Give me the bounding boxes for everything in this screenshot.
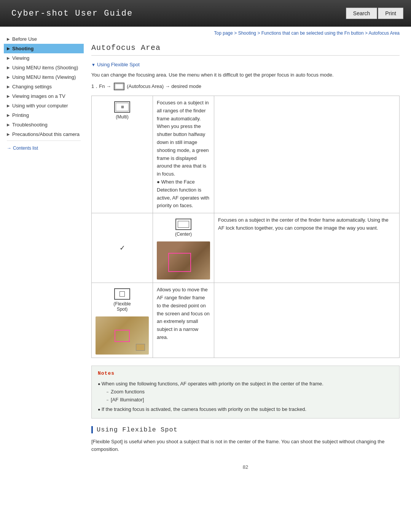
desc-cell-flexible: Allows you to move the AF range finder f… — [153, 283, 214, 358]
flexible-spot-text: [Flexible Spot] is useful when you shoot… — [91, 438, 400, 453]
arrow-icon-shooting: ▶ — [7, 46, 10, 51]
arrow-icon-settings: ▶ — [7, 85, 10, 89]
sidebar-item-viewing[interactable]: ▶ Viewing — [4, 53, 84, 63]
icon-label-center: (Center) — [175, 232, 192, 237]
icon-cell-multi: ⊞ (Multi) — [92, 96, 153, 213]
sidebar-item-computer[interactable]: ▶ Using with your computer — [4, 101, 84, 110]
breadcrumb-sep2: > — [257, 30, 261, 36]
sidebar-item-troubleshooting[interactable]: ▶ Troubleshooting — [4, 120, 84, 129]
table-row: ⊞ (Multi) Focuses on a subject in all ra… — [92, 96, 400, 213]
breadcrumb-sep1: > — [234, 30, 238, 36]
sidebar-item-changing-settings[interactable]: ▶ Changing settings — [4, 82, 84, 91]
icon-cell-flexible: (FlexibleSpot) — [92, 283, 153, 358]
print-button[interactable]: Print — [378, 8, 403, 19]
arrow-icon-menu-shooting: ▶ — [7, 66, 10, 70]
flexible-spot-heading: Using Flexible Spot — [91, 426, 400, 433]
arrow-icon-precautions: ▶ — [7, 132, 10, 136]
af-icon-inline — [114, 83, 124, 90]
sidebar-item-tv[interactable]: ▶ Viewing images on a TV — [4, 91, 84, 101]
note-sub-1: Zoom functions — [105, 388, 393, 396]
sidebar-item-shooting[interactable]: ▶ Shooting — [4, 44, 84, 53]
icon-label-flexible: (FlexibleSpot) — [113, 301, 131, 312]
desc-cell-center: Focuses on a subject in the center of th… — [214, 213, 400, 283]
notes-sub-list: Zoom functions [AF Illuminator] — [98, 388, 393, 404]
breadcrumb-sep3: > — [365, 30, 369, 36]
sidebar-item-before-use[interactable]: ▶ Before Use — [4, 34, 84, 44]
icon-label-multi: (Multi) — [116, 114, 128, 120]
breadcrumb-af[interactable]: Autofocus Area — [369, 30, 400, 36]
breadcrumb-shooting[interactable]: Shooting — [238, 30, 256, 36]
checkmark-cell: ✓ — [92, 213, 153, 283]
search-button[interactable]: Search — [346, 8, 377, 19]
contents-link[interactable]: Contents list — [4, 142, 84, 152]
page-number: 82 — [91, 464, 400, 470]
sidebar-item-printing[interactable]: ▶ Printing — [4, 110, 84, 120]
header: Cyber-shot User Guide Search Print — [0, 0, 411, 27]
notes-title: Notes — [98, 371, 393, 376]
note-item-1: When using the following functions, AF o… — [98, 379, 393, 405]
sidebar: ▶ Before Use ▶ Shooting ▶ Viewing ▶ Usin… — [0, 30, 84, 481]
sidebar-divider — [7, 141, 81, 141]
table-row: ✓ (Center) — [92, 213, 400, 283]
arrow-icon-tv: ▶ — [7, 94, 10, 98]
sidebar-item-menu-viewing[interactable]: ▶ Using MENU items (Viewing) — [4, 72, 84, 82]
arrow-icon: ▶ — [7, 37, 10, 41]
section-link-flexible-spot[interactable]: Using Flexible Spot — [91, 62, 400, 67]
breadcrumb-fn[interactable]: Functions that can be selected using the… — [261, 30, 364, 36]
note-sub-2: [AF Illuminator] — [105, 396, 393, 404]
arrow-icon-menu-viewing: ▶ — [7, 75, 10, 79]
intro-text: You can change the focusing area. Use th… — [91, 71, 400, 79]
arrow-icon-printing: ▶ — [7, 113, 10, 117]
table-row: (FlexibleSpot) Allows you to move the AF… — [92, 283, 400, 358]
breadcrumb-top[interactable]: Top page — [214, 30, 233, 36]
step-text: 1．Fn → (Autofocus Area) → desired mode — [91, 83, 400, 91]
main-layout: ▶ Before Use ▶ Shooting ▶ Viewing ▶ Usin… — [0, 27, 411, 485]
notes-list: When using the following functions, AF o… — [98, 379, 393, 414]
page-title: Autofocus Area — [91, 43, 400, 56]
breadcrumb: Top page > Shooting > Functions that can… — [91, 30, 400, 36]
sidebar-item-menu-shooting[interactable]: ▶ Using MENU items (Shooting) — [4, 63, 84, 72]
header-buttons: Search Print — [346, 8, 411, 19]
header-title: Cyber-shot User Guide — [0, 9, 346, 18]
desc-cell-multi: Focuses on a subject in all ranges of th… — [153, 96, 214, 213]
sidebar-item-precautions[interactable]: ▶ Precautions/About this camera — [4, 129, 84, 139]
arrow-icon-computer: ▶ — [7, 104, 10, 108]
af-table: ⊞ (Multi) Focuses on a subject in all ra… — [91, 96, 400, 358]
content-area: Top page > Shooting > Functions that can… — [84, 30, 411, 481]
arrow-icon-viewing: ▶ — [7, 56, 10, 60]
note-item-2: If the tracking focus is activated, the … — [98, 405, 393, 414]
icon-cell-center: (Center) — [153, 213, 214, 283]
notes-section: Notes When using the following functions… — [91, 366, 400, 419]
arrow-icon-troubleshooting: ▶ — [7, 123, 10, 127]
